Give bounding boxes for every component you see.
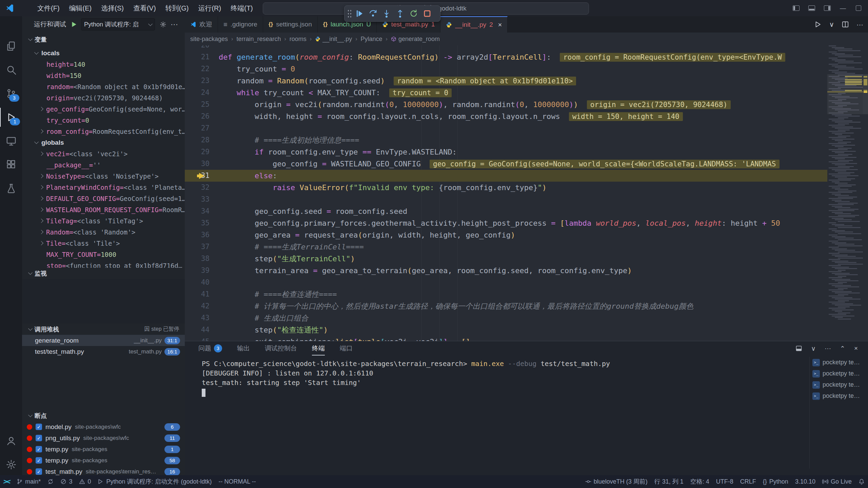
terminal-list-item[interactable]: >_pocketpy te… <box>812 357 863 368</box>
code-line-41[interactable]: # ====检查连通性==== <box>185 288 829 300</box>
status-main-[interactable]: main* <box>13 475 44 488</box>
code-line-45[interactable]: exit_combinations:list[tuple[vec2i, vec2… <box>185 336 829 341</box>
menu-item-2[interactable]: 选择(S) <box>97 2 128 14</box>
breakpoint-row[interactable]: ✓temp.pysite-packages1 <box>22 444 185 455</box>
more-icon[interactable]: ··· <box>856 21 863 28</box>
status-3[interactable]: 3 <box>57 475 76 488</box>
callstack-frame[interactable]: generate_room__init__.py31:1 <box>22 335 185 346</box>
section-variables[interactable]: 变量 <box>22 34 185 45</box>
tab-[interactable]: 欢迎 <box>185 16 218 33</box>
code-line-42[interactable]: # 计算每一个出口的中心，然后使用astar生成路径，确保每一个出口组合都可以联… <box>185 300 829 312</box>
code-line-21[interactable]: def generate_room(room_config: RoomReque… <box>185 51 829 63</box>
panel-tab-调试控制台[interactable]: 调试控制台 <box>265 341 297 355</box>
line-number[interactable]: 24 <box>189 88 210 97</box>
code-line-30[interactable]: geo_config = WASTELAND_GEO_CONFIGgeo_con… <box>185 158 829 170</box>
line-number[interactable]: 32 <box>189 183 210 191</box>
chevron-up-icon[interactable]: ⌃ <box>840 345 845 352</box>
line-number[interactable]: 45 <box>189 338 210 341</box>
panel-tab-端口[interactable]: 端口 <box>340 341 353 355</box>
checkbox-checked-icon[interactable]: ✓ <box>36 424 42 430</box>
line-number[interactable]: 39 <box>189 266 210 274</box>
status-blueloveth--3----[interactable]: blueloveTH (3 周前) <box>582 475 651 488</box>
code-line-28[interactable]: # ====生成初始地理信息==== <box>185 134 829 146</box>
variables-group-locals[interactable]: locals <box>22 47 198 59</box>
menu-item-6[interactable]: 终端(T) <box>226 2 257 14</box>
layout-sidebar-right-icon[interactable] <box>821 2 834 14</box>
minimap-slider[interactable] <box>827 74 863 114</box>
breadcrumb-item[interactable]: __init__.py <box>315 36 352 43</box>
status-3-10-10[interactable]: 3.10.10 <box>792 475 819 488</box>
code-line-40[interactable] <box>185 277 829 288</box>
breadcrumb-item[interactable]: site-packages <box>190 36 228 43</box>
status-utf-8[interactable]: UTF-8 <box>713 475 737 488</box>
code-line-26[interactable]: width, height = room_config.layout.n_col… <box>185 110 829 122</box>
status-bell[interactable] <box>855 475 868 488</box>
code-line-29[interactable]: if room_config.env_type == EnvType.WASTE… <box>185 146 829 158</box>
code-line-23[interactable]: random = Random(room_config.seed)random … <box>185 75 829 87</box>
callstack-frame[interactable]: test/test_math.pytest_math.py16:1 <box>22 346 185 357</box>
code-line-22[interactable]: try_count = 0 <box>185 63 829 75</box>
activity-account[interactable] <box>0 431 22 450</box>
checkbox-checked-icon[interactable]: ✓ <box>36 446 42 452</box>
status----normal---[interactable]: -- NORMAL -- <box>215 475 259 488</box>
debug-config-select[interactable]: Python 调试程序: 启 <box>81 18 155 30</box>
run-icon[interactable] <box>814 21 822 28</box>
code-line-38[interactable]: step("生成TerrainCell") <box>185 253 829 265</box>
status-python-------------godot[interactable]: Python 调试程序: 启动文件 (godot-ldtk) <box>94 475 215 488</box>
activity-search[interactable] <box>0 60 22 79</box>
minimap[interactable] <box>827 45 863 341</box>
menu-item-0[interactable]: 文件(F) <box>33 2 64 14</box>
status-sync[interactable] <box>44 475 57 488</box>
debug-continue-button[interactable] <box>353 7 366 20</box>
code-line-32[interactable]: raise ValueError(f"Invalid env type: {ro… <box>185 182 829 194</box>
variables-group-globals[interactable]: globals <box>22 137 198 148</box>
code-line-37[interactable]: # ====生成TerrainCell==== <box>185 241 829 253</box>
debug-restart-button[interactable] <box>407 7 420 20</box>
activity-source-control[interactable]: 3 <box>0 84 22 103</box>
line-number[interactable]: 38 <box>189 255 210 263</box>
line-number[interactable]: 43 <box>189 314 210 322</box>
debug-step-over-button[interactable] <box>366 7 380 20</box>
line-number[interactable]: 23 <box>189 77 210 85</box>
variable-row[interactable]: WASTELAND_ROOM_REQUEST_CONFIG = RoomR… <box>22 204 202 215</box>
variable-row[interactable]: Random = <class 'Random'> <box>22 226 202 238</box>
section-watch[interactable]: 监视 <box>22 268 185 279</box>
code-line-33[interactable] <box>185 194 829 205</box>
menu-item-1[interactable]: 编辑(E) <box>65 2 96 14</box>
activity-remote-explorer[interactable] <box>0 131 22 150</box>
line-number[interactable]: 34 <box>189 207 210 215</box>
variable-row[interactable]: vec2i = <class 'vec2i'> <box>22 148 202 159</box>
breakpoint-row[interactable]: ✓temp.pysite-packages58 <box>22 455 185 466</box>
line-number[interactable]: 30 <box>189 160 210 168</box>
code-line-20[interactable] <box>185 45 829 51</box>
variable-row[interactable]: MAX_TRY_COUNT = 1000 <box>22 249 209 260</box>
tab-__init__.py[interactable]: __init__.py2× <box>440 16 508 33</box>
line-number[interactable]: 27 <box>189 124 210 132</box>
tab-settings.json[interactable]: {}settings.json <box>263 16 318 33</box>
status-0[interactable]: 0 <box>76 475 94 488</box>
line-number[interactable]: 21 <box>189 53 210 61</box>
line-number[interactable]: 28 <box>189 136 210 144</box>
variable-row[interactable]: origin = vec2i(7205730, 9024468) <box>22 92 209 103</box>
panel-tab-问题[interactable]: 问题3 <box>198 341 222 355</box>
code-line-44[interactable]: step("检查连通性") <box>185 324 829 336</box>
line-number[interactable]: 20 <box>189 45 210 49</box>
more-icon[interactable]: ··· <box>825 345 831 352</box>
split-editor-icon[interactable] <box>842 21 849 28</box>
variable-row[interactable]: geo_config = GeoConfig(seed=None, wor… <box>22 103 202 115</box>
code-line-24[interactable]: while try_count < MAX_TRY_COUNT:try_coun… <box>185 87 829 99</box>
variable-row[interactable]: PlanetaryWindConfig = <class 'Planeta… <box>22 182 202 193</box>
terminal-list-item[interactable]: >_pocketpy te… <box>812 379 863 390</box>
layout-sidebar-left-icon[interactable] <box>789 2 803 14</box>
chevron-down-icon[interactable]: ∨ <box>811 345 816 352</box>
breadcrumb-item[interactable]: terrain_research <box>236 36 281 43</box>
terminal-output[interactable]: PS C:\computer_science\godot-ldtk\site-p… <box>202 359 805 397</box>
variable-row[interactable]: NoiseType = <class 'NoiseType'> <box>22 170 202 182</box>
variable-row[interactable]: width = 150 <box>22 70 209 81</box>
variable-row[interactable]: Tile = <class 'Tile'> <box>22 238 202 249</box>
variable-row[interactable]: height = 140 <box>22 59 209 70</box>
code-line-35[interactable]: geo_config.primary_forces.geothermal_act… <box>185 217 829 229</box>
status-python[interactable]: {}Python <box>760 475 792 488</box>
close-icon[interactable]: × <box>498 21 502 29</box>
close-icon[interactable]: × <box>854 345 858 352</box>
